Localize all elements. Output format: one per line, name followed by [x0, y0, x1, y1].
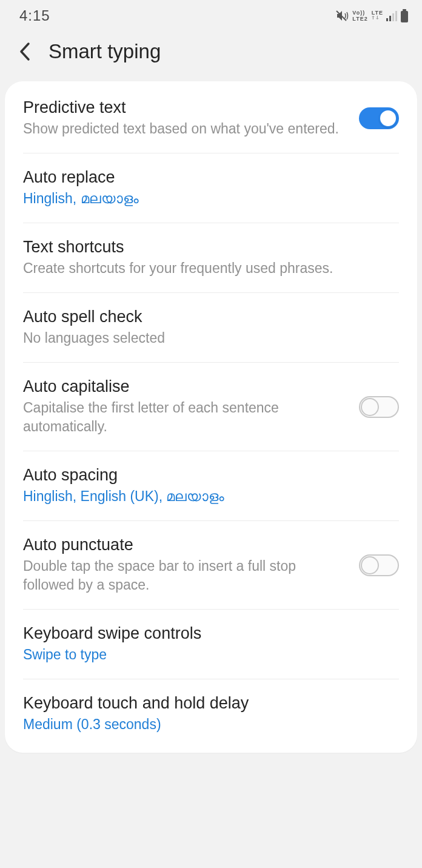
row-title: Auto spell check	[23, 308, 399, 326]
auto-capitalise-toggle[interactable]	[359, 396, 399, 418]
back-icon	[18, 41, 32, 62]
svg-rect-6	[401, 11, 408, 22]
page-title: Smart typing	[49, 40, 161, 63]
back-button[interactable]	[18, 41, 32, 62]
row-subtitle: No languages selected	[23, 329, 399, 348]
row-subtitle: Capitalise the first letter of each sent…	[23, 399, 347, 436]
row-subtitle: Create shortcuts for your frequently use…	[23, 259, 399, 278]
row-subtitle: Swipe to type	[23, 645, 399, 664]
row-subtitle: Show predicted text based on what you've…	[23, 119, 347, 138]
row-title: Predictive text	[23, 98, 347, 117]
svg-rect-4	[395, 11, 397, 21]
row-title: Text shortcuts	[23, 238, 399, 257]
row-auto-spacing[interactable]: Auto spacing Hinglish, English (UK), മലയ…	[5, 451, 417, 520]
volte-label: Vo)) LTE2	[352, 10, 367, 22]
row-hold-delay[interactable]: Keyboard touch and hold delay Medium (0.…	[5, 679, 417, 752]
row-predictive-text[interactable]: Predictive text Show predicted text base…	[5, 81, 417, 153]
row-auto-replace[interactable]: Auto replace Hinglish, മലയാളം	[5, 153, 417, 223]
row-auto-capitalise[interactable]: Auto capitalise Capitalise the first let…	[5, 363, 417, 451]
row-subtitle: Hinglish, English (UK), മലയാളം	[23, 487, 399, 506]
settings-card: Predictive text Show predicted text base…	[5, 81, 417, 753]
svg-rect-5	[403, 9, 406, 11]
row-keyboard-swipe[interactable]: Keyboard swipe controls Swipe to type	[5, 610, 417, 679]
header: Smart typing	[0, 29, 422, 81]
row-subtitle: Medium (0.3 seconds)	[23, 715, 399, 734]
row-title: Auto replace	[23, 168, 399, 187]
lte-label: LTE	[372, 10, 383, 22]
row-title: Keyboard touch and hold delay	[23, 694, 399, 713]
status-time: 4:15	[19, 7, 50, 24]
row-subtitle: Hinglish, മലയാളം	[23, 189, 399, 208]
svg-rect-3	[392, 13, 394, 21]
row-subtitle: Double tap the space bar to insert a ful…	[23, 557, 347, 594]
svg-rect-2	[389, 16, 391, 21]
row-auto-punctuate[interactable]: Auto punctuate Double tap the space bar …	[5, 521, 417, 609]
status-bar: 4:15 Vo)) LTE2 LTE	[0, 0, 422, 29]
row-auto-spell-check[interactable]: Auto spell check No languages selected	[5, 293, 417, 362]
data-arrows-icon	[372, 16, 380, 22]
auto-punctuate-toggle[interactable]	[359, 554, 399, 576]
vibrate-mute-icon	[335, 10, 349, 22]
row-title: Keyboard swipe controls	[23, 624, 399, 643]
battery-icon	[400, 9, 409, 22]
predictive-text-toggle[interactable]	[359, 107, 399, 129]
svg-rect-1	[386, 18, 388, 21]
row-title: Auto capitalise	[23, 377, 347, 396]
row-title: Auto punctuate	[23, 536, 347, 554]
signal-icon	[386, 10, 398, 21]
row-text-shortcuts[interactable]: Text shortcuts Create shortcuts for your…	[5, 223, 417, 292]
status-icons: Vo)) LTE2 LTE	[335, 9, 409, 22]
row-title: Auto spacing	[23, 466, 399, 485]
